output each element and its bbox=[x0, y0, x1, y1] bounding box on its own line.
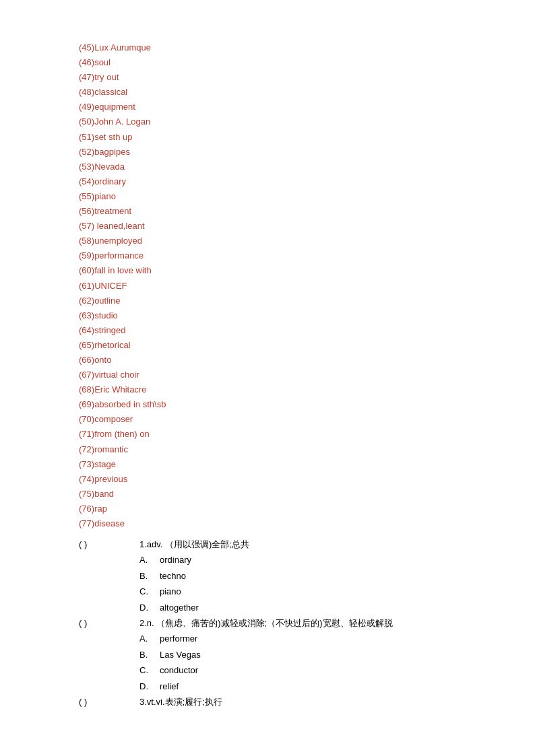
item-text: romantic bbox=[94, 444, 128, 454]
item-number: (76) bbox=[79, 504, 94, 514]
item-number: (62) bbox=[79, 296, 94, 306]
quiz-number: ( ) bbox=[79, 615, 139, 631]
item-number: (55) bbox=[79, 191, 94, 201]
option-letter: C. bbox=[139, 662, 160, 678]
item-text: treatment bbox=[94, 206, 131, 216]
item-number: (52) bbox=[79, 147, 94, 157]
item-text: from (then) on bbox=[94, 429, 150, 439]
list-item: (46)soul bbox=[79, 55, 508, 70]
option-letter: B. bbox=[139, 647, 160, 662]
item-text: rap bbox=[94, 504, 107, 514]
item-number: (53) bbox=[79, 162, 94, 172]
quiz-option: B.techno bbox=[79, 568, 508, 584]
list-item: (54)ordinary bbox=[79, 174, 508, 189]
item-number: (72) bbox=[79, 444, 94, 454]
option-text: Las Vegas bbox=[160, 647, 201, 662]
quiz-question: ( )2.n. （焦虑、痛苦的)减轻或消除;（不快过后的)宽慰、轻松或解脱 bbox=[79, 615, 508, 631]
list-item: (65)rhetorical bbox=[79, 338, 508, 353]
list-item: (45)Lux Aurumque bbox=[79, 40, 508, 55]
list-item: (51)set sth up bbox=[79, 130, 508, 145]
item-number: (75) bbox=[79, 489, 94, 499]
option-text: performer bbox=[160, 631, 197, 646]
item-number: (58) bbox=[79, 236, 94, 246]
item-text: studio bbox=[94, 310, 118, 320]
item-number: (66) bbox=[79, 355, 94, 365]
item-text: performance bbox=[94, 250, 144, 261]
list-item: (61)UNICEF bbox=[79, 279, 508, 294]
quiz-option: A.ordinary bbox=[79, 552, 508, 568]
quiz-option: D.altogether bbox=[79, 600, 508, 615]
list-item: (47)try out bbox=[79, 70, 508, 85]
item-number: (45) bbox=[79, 42, 94, 53]
list-item: (66)onto bbox=[79, 353, 508, 368]
list-item: (75)band bbox=[79, 487, 508, 502]
list-item: (68)Eric Whitacre bbox=[79, 382, 508, 397]
item-number: (69) bbox=[79, 399, 94, 409]
item-number: (74) bbox=[79, 474, 94, 484]
option-text: techno bbox=[160, 568, 186, 584]
list-item: (53)Nevada bbox=[79, 160, 508, 174]
item-number: (77) bbox=[79, 518, 94, 528]
option-letter: A. bbox=[139, 552, 160, 568]
list-item: (60)fall in love with bbox=[79, 263, 508, 278]
item-number: (57) bbox=[79, 221, 94, 231]
item-number: (68) bbox=[79, 384, 94, 394]
quiz-section: ( )1.adv. （用以强调)全部;总共A.ordinaryB.technoC… bbox=[79, 537, 508, 710]
option-text: altogether bbox=[160, 600, 199, 615]
item-text: Nevada bbox=[94, 162, 125, 172]
item-text: try out bbox=[94, 72, 119, 82]
quiz-number: ( ) bbox=[79, 537, 139, 552]
item-text: leaned,leant bbox=[94, 221, 144, 231]
item-text: stringed bbox=[94, 325, 125, 335]
item-text: John A. Logan bbox=[94, 116, 150, 127]
item-number: (54) bbox=[79, 176, 94, 186]
item-text: fall in love with bbox=[94, 265, 152, 275]
item-number: (47) bbox=[79, 72, 94, 82]
quiz-definition: 2.n. （焦虑、痛苦的)减轻或消除;（不快过后的)宽慰、轻松或解脱 bbox=[139, 615, 393, 631]
item-text: unemployed bbox=[94, 236, 142, 246]
item-text: classical bbox=[94, 87, 127, 97]
item-number: (71) bbox=[79, 429, 94, 439]
item-text: ordinary bbox=[94, 176, 126, 186]
item-number: (67) bbox=[79, 370, 94, 380]
list-item: (49)equipment bbox=[79, 100, 508, 114]
quiz-question: ( )3.vt.vi.表演;履行;执行 bbox=[79, 694, 508, 710]
item-number: (51) bbox=[79, 132, 94, 142]
list-item: (76)rap bbox=[79, 502, 508, 516]
item-text: onto bbox=[94, 355, 111, 365]
item-number: (65) bbox=[79, 340, 94, 350]
item-text: UNICEF bbox=[94, 281, 127, 291]
item-text: disease bbox=[94, 518, 125, 528]
option-text: conductor bbox=[160, 662, 198, 678]
list-item: (77)disease bbox=[79, 516, 508, 531]
item-number: (64) bbox=[79, 325, 94, 335]
item-number: (59) bbox=[79, 250, 94, 261]
item-number: (46) bbox=[79, 57, 94, 67]
quiz-definition: 3.vt.vi.表演;履行;执行 bbox=[139, 694, 222, 710]
word-list: (45)Lux Aurumque(46)soul(47)try out(48)c… bbox=[79, 40, 508, 531]
item-number: (50) bbox=[79, 116, 94, 127]
item-number: (49) bbox=[79, 102, 94, 112]
item-text: set sth up bbox=[94, 132, 132, 142]
item-text: Lux Aurumque bbox=[94, 42, 151, 53]
option-letter: A. bbox=[139, 631, 160, 646]
list-item: (74)previous bbox=[79, 472, 508, 487]
item-text: stage bbox=[94, 459, 116, 469]
quiz-option: C.piano bbox=[79, 584, 508, 599]
quiz-option: B.Las Vegas bbox=[79, 647, 508, 662]
item-text: virtual choir bbox=[94, 370, 139, 380]
option-letter: D. bbox=[139, 600, 160, 615]
list-item: (67)virtual choir bbox=[79, 368, 508, 382]
list-item: (72)romantic bbox=[79, 442, 508, 457]
item-number: (63) bbox=[79, 310, 94, 320]
item-text: absorbed in sth\sb bbox=[94, 399, 166, 409]
option-letter: B. bbox=[139, 568, 160, 584]
item-number: (56) bbox=[79, 206, 94, 216]
list-item: (63)studio bbox=[79, 308, 508, 323]
item-number: (61) bbox=[79, 281, 94, 291]
quiz-option: A.performer bbox=[79, 631, 508, 646]
item-text: bagpipes bbox=[94, 147, 130, 157]
list-item: (73)stage bbox=[79, 457, 508, 472]
item-text: outline bbox=[94, 296, 120, 306]
list-item: (71)from (then) on bbox=[79, 427, 508, 442]
